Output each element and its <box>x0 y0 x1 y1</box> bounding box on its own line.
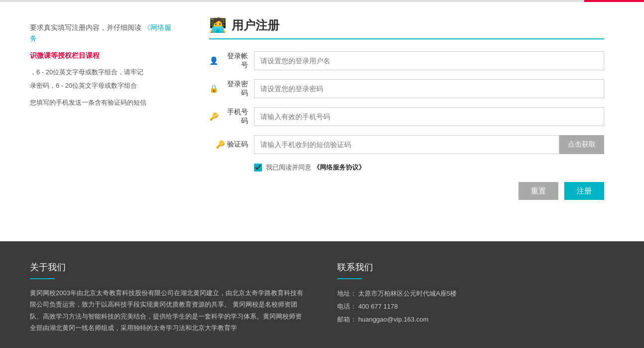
form-actions: 重置 注册 <box>209 182 604 200</box>
account-label: 👤 登录帐号 <box>209 52 254 70</box>
footer: 关于我们 黄冈网校2003年由北京太奇教育科技股份有限公司在湖北黄冈建立，由北京… <box>0 241 644 348</box>
phone-row: 🔑 手机号码 <box>209 107 604 126</box>
footer-about-text: 黄冈网校2003年由北京太奇教育科技股份有限公司在湖北黄冈建立，由北京太奇学路教… <box>30 287 307 334</box>
footer-contact-title: 联系我们 <box>337 261 615 273</box>
right-panel: 🧑‍💻 用户注册 👤 登录帐号 🔒 登录密码 🔑 手机号码 <box>189 12 644 231</box>
footer-email: 邮箱： huanggao@vip.163.com <box>337 313 615 326</box>
agreement-row: 我已阅读并同意 《网络服务协议》 <box>254 163 604 172</box>
left-notice: 要求真实填写注册内容，并仔细阅读 《网络服务 <box>30 22 174 44</box>
verify-label: 🔑 验证码 <box>209 140 254 149</box>
authorized-label[interactable]: 识微课等授权栏目课程 <box>30 51 174 60</box>
get-verify-button[interactable]: 点击获取 <box>559 135 604 154</box>
left-panel: 要求真实填写注册内容，并仔细阅读 《网络服务 识微课等授权栏目课程 ，6 - 2… <box>0 12 189 231</box>
phone-label: 🔑 手机号码 <box>209 108 254 126</box>
form-title-icon: 🧑‍💻 <box>209 17 227 33</box>
footer-about-underline <box>30 278 55 279</box>
lock-icon: 🔒 <box>209 84 219 93</box>
footer-phone: 电话： 400 677 1178 <box>337 300 615 313</box>
agreement-checkbox[interactable] <box>254 164 262 172</box>
verify-input[interactable] <box>254 135 559 154</box>
password-input[interactable] <box>254 79 604 98</box>
rule2: 录密码，6 - 20位英文字母或数字组合 <box>30 81 174 91</box>
footer-contact-underline <box>337 278 362 279</box>
top-bar <box>0 0 644 2</box>
reset-button[interactable]: 重置 <box>518 182 558 200</box>
register-button[interactable]: 注册 <box>564 182 604 200</box>
form-title: 用户注册 <box>232 17 279 33</box>
sms-notice: 您填写的手机发送一条含有验证码的短信 <box>30 98 174 108</box>
password-label: 🔒 登录密码 <box>209 80 254 98</box>
password-row: 🔒 登录密码 <box>209 79 604 98</box>
account-row: 👤 登录帐号 <box>209 51 604 70</box>
phone-icon: 🔑 <box>209 112 219 121</box>
footer-about: 关于我们 黄冈网校2003年由北京太奇教育科技股份有限公司在湖北黄冈建立，由北京… <box>30 261 307 334</box>
rule1: ，6 - 20位英文字母或数字组合，请牢记 <box>30 67 174 78</box>
footer-contact: 联系我们 地址： 太原市万柏林区公元时代城A座5楼 电话： 400 677 11… <box>337 261 615 334</box>
account-icon: 👤 <box>209 56 219 65</box>
top-bar-accent <box>584 0 644 2</box>
verify-row: 🔑 验证码 点击获取 <box>209 135 604 154</box>
agreement-text: 我已阅读并同意 《网络服务协议》 <box>266 163 365 172</box>
form-title-area: 🧑‍💻 用户注册 <box>209 17 604 39</box>
account-input[interactable] <box>254 51 604 70</box>
agreement-link[interactable]: 《网络服务协议》 <box>313 164 365 171</box>
phone-input[interactable] <box>254 107 604 126</box>
footer-address: 地址： 太原市万柏林区公元时代城A座5楼 <box>337 287 615 300</box>
verify-icon: 🔑 <box>216 140 225 149</box>
main-content: 要求真实填写注册内容，并仔细阅读 《网络服务 识微课等授权栏目课程 ，6 - 2… <box>0 2 644 241</box>
footer-about-title: 关于我们 <box>30 261 307 273</box>
